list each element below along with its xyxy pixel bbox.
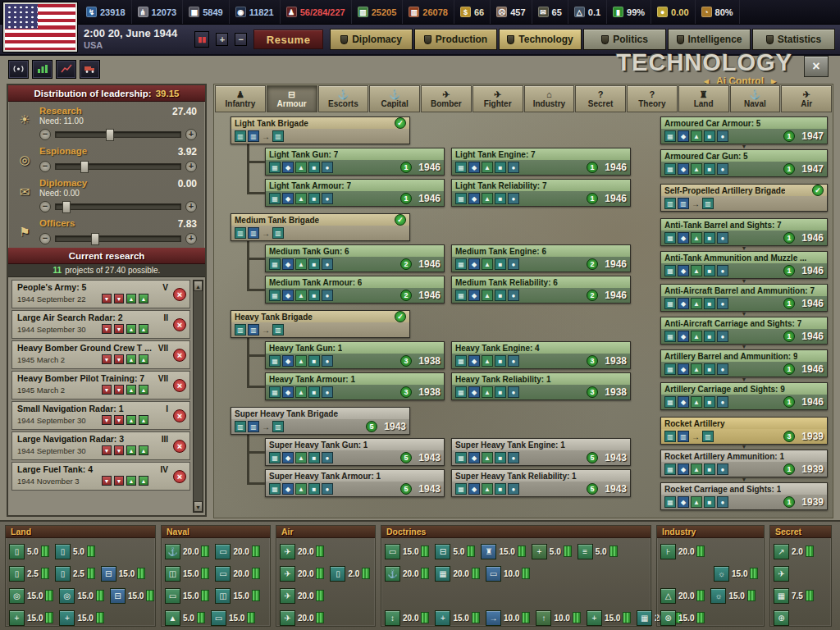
priority-bottom-button[interactable]: ▼ bbox=[102, 294, 112, 304]
cancel-research-button[interactable]: × bbox=[173, 409, 186, 422]
tech-super-heavy-tank-engine-1[interactable]: Super Heavy Tank Engine: 1 ▦◆▲■●5 1943 bbox=[451, 438, 631, 466]
tech-medium-tank-brigade[interactable]: Medium Tank Brigade✓ ▥▥→▥ bbox=[231, 213, 410, 241]
slider-handle[interactable] bbox=[106, 129, 114, 141]
slider-track[interactable] bbox=[55, 235, 181, 242]
tech-super-heavy-tank-reliability-1[interactable]: Super Heavy Tank Reliability: 1 ▦◆▲■●5 1… bbox=[451, 469, 631, 497]
close-button[interactable]: × bbox=[804, 56, 829, 77]
tech-tab-naval[interactable]: ⚓ Naval bbox=[730, 85, 781, 112]
tech-light-tank-reliability-7[interactable]: Light Tank Reliability: 7 ▦◆▲■●1 1946 bbox=[451, 179, 631, 207]
tech-tab-infantry[interactable]: ♟ Infantry bbox=[215, 85, 266, 112]
tech-super-heavy-tank-brigade[interactable]: Super Heavy Tank Brigade ▥▥→▥5 1943 bbox=[231, 407, 410, 435]
slider-track[interactable] bbox=[55, 163, 181, 170]
tech-super-heavy-tank-gun-1[interactable]: Super Heavy Tank Gun: 1 ▦◆▲■●5 1943 bbox=[265, 438, 445, 466]
priority-down-button[interactable]: ▼ bbox=[114, 415, 124, 425]
slider-minus-button[interactable]: − bbox=[39, 201, 51, 212]
slider-plus-button[interactable]: + bbox=[185, 201, 197, 212]
slider-minus-button[interactable]: − bbox=[39, 161, 51, 172]
nav-tab-statistics[interactable]: Statistics bbox=[752, 29, 835, 50]
tech-tab-industry[interactable]: ⌂ Industry bbox=[524, 85, 575, 112]
priority-top-button[interactable]: ▲ bbox=[139, 476, 148, 486]
nav-tab-intelligence[interactable]: Intelligence bbox=[668, 29, 751, 50]
slider-handle[interactable] bbox=[62, 201, 71, 213]
priority-up-button[interactable]: ▲ bbox=[126, 476, 136, 486]
slider-minus-button[interactable]: − bbox=[39, 129, 51, 140]
priority-bottom-button[interactable]: ▼ bbox=[102, 415, 112, 425]
priority-top-button[interactable]: ▲ bbox=[139, 445, 148, 455]
tech-anti-aircraft-carriage-and-sights-7[interactable]: Anti-Aircraft Carriage and Sights: 7 ▦◆▲… bbox=[660, 317, 828, 345]
tech-medium-tank-engine-6[interactable]: Medium Tank Engine: 6 ▦◆▲■●2 1946 bbox=[451, 244, 631, 272]
tech-heavy-tank-armour-1[interactable]: Heavy Tank Armour: 1 ▦◆▲■●3 1938 bbox=[265, 372, 445, 400]
tech-heavy-tank-reliability-1[interactable]: Heavy Tank Reliability: 1 ▦◆▲■●3 1938 bbox=[451, 372, 631, 400]
tech-light-tank-armour-7[interactable]: Light Tank Armour: 7 ▦◆▲■●1 1946 bbox=[265, 179, 445, 207]
tech-heavy-tank-gun-1[interactable]: Heavy Tank Gun: 1 ▦◆▲■●3 1938 bbox=[265, 341, 445, 369]
tech-tab-capital[interactable]: ⚓ Capital bbox=[369, 85, 420, 112]
tech-anti-aircraft-barrel-and-ammunition-7[interactable]: Anti-Aircraft Barrel and Ammunition: 7 ▦… bbox=[660, 284, 828, 312]
slider-plus-button[interactable]: + bbox=[185, 129, 197, 140]
tech-light-tank-engine-7[interactable]: Light Tank Engine: 7 ▦◆▲■●1 1946 bbox=[451, 148, 631, 176]
tech-armoured-car-armour-5[interactable]: Armoured Car Armour: 5 ▦◆▲■●1 1947 bbox=[660, 116, 828, 144]
tech-self-propelled-artillery-brigade[interactable]: Self-Propelled Artillery Brigade✓ ▥▥→▥ bbox=[660, 184, 828, 212]
chart-bars-icon-button[interactable] bbox=[32, 60, 52, 79]
priority-up-button[interactable]: ▲ bbox=[126, 415, 136, 425]
tech-light-tank-brigade[interactable]: Light Tank Brigade✓ ▥▥→▥ bbox=[231, 116, 410, 144]
slider-handle[interactable] bbox=[80, 161, 89, 173]
radio-icon-button[interactable] bbox=[8, 60, 29, 79]
tech-heavy-tank-engine-4[interactable]: Heavy Tank Engine: 4 ▦◆▲■●3 1938 bbox=[451, 341, 631, 369]
tech-light-tank-gun-7[interactable]: Light Tank Gun: 7 ▦◆▲■●1 1946 bbox=[265, 148, 445, 176]
priority-up-button[interactable]: ▲ bbox=[126, 445, 136, 455]
tech-tab-escorts[interactable]: ⚓ Escorts bbox=[318, 85, 369, 112]
tech-rocket-artillery-ammunition-1[interactable]: Rocket Artillery Ammunition: 1 ▦◆▲■●1 19… bbox=[660, 450, 828, 477]
slider-handle[interactable] bbox=[91, 233, 99, 245]
tech-medium-tank-reliability-6[interactable]: Medium Tank Reliability: 6 ▦◆▲■●2 1946 bbox=[451, 276, 631, 304]
cancel-research-button[interactable]: × bbox=[173, 440, 186, 453]
priority-down-button[interactable]: ▼ bbox=[114, 476, 124, 486]
cancel-research-button[interactable]: × bbox=[173, 288, 186, 301]
research-item-large-navigation-radar-3[interactable]: Large Navigation Radar: 3 III 1944 Septe… bbox=[11, 431, 190, 460]
slider-minus-button[interactable]: − bbox=[39, 233, 51, 244]
tech-tab-land[interactable]: ♜ Land bbox=[678, 85, 729, 112]
priority-up-button[interactable]: ▲ bbox=[126, 385, 136, 395]
cancel-research-button[interactable]: × bbox=[173, 318, 186, 331]
nav-tab-production[interactable]: Production bbox=[414, 29, 497, 50]
nav-tab-technology[interactable]: Technology bbox=[499, 29, 582, 50]
research-scrollbar[interactable]: ▲ ▼ bbox=[193, 280, 203, 513]
priority-bottom-button[interactable]: ▼ bbox=[102, 324, 112, 334]
tech-rocket-artillery[interactable]: Rocket Artillery ▥▥→▥3 1939 bbox=[660, 417, 828, 445]
tech-tab-secret[interactable]: ? Secret bbox=[575, 85, 626, 112]
tech-tab-theory[interactable]: ? Theory bbox=[627, 85, 678, 112]
speed-up-button[interactable]: + bbox=[216, 33, 228, 46]
priority-top-button[interactable]: ▲ bbox=[139, 354, 148, 364]
priority-down-button[interactable]: ▼ bbox=[114, 385, 124, 395]
priority-bottom-button[interactable]: ▼ bbox=[102, 476, 112, 486]
priority-top-button[interactable]: ▲ bbox=[139, 294, 148, 304]
tech-rocket-carriage-and-sights-1[interactable]: Rocket Carriage and Sights: 1 ▦◆▲■●1 193… bbox=[660, 482, 828, 510]
tech-anti-tank-ammunition-and-muzzle[interactable]: Anti-Tank Ammunition and Muzzle ... ▦◆▲■… bbox=[660, 251, 828, 279]
research-item-heavy-bomber-pilot-training-7[interactable]: Heavy Bomber Pilot Training: 7 VII 1945 … bbox=[11, 371, 190, 399]
slider-plus-button[interactable]: + bbox=[185, 161, 197, 172]
priority-down-button[interactable]: ▼ bbox=[114, 294, 124, 304]
tech-tab-fighter[interactable]: ✈ Fighter bbox=[472, 85, 523, 112]
priority-top-button[interactable]: ▲ bbox=[139, 385, 148, 395]
tech-super-heavy-tank-armour-1[interactable]: Super Heavy Tank Armour: 1 ▦◆▲■●5 1943 bbox=[265, 469, 445, 497]
slider-plus-button[interactable]: + bbox=[185, 233, 197, 244]
tech-medium-tank-armour-6[interactable]: Medium Tank Armour: 6 ▦◆▲■●2 1946 bbox=[265, 276, 445, 304]
tech-tab-armour[interactable]: ⊟ Armour bbox=[267, 85, 317, 112]
research-item-people-s-army-5[interactable]: People's Army: 5 V 1944 September 22 ▼ ▼… bbox=[11, 280, 190, 308]
priority-up-button[interactable]: ▲ bbox=[126, 324, 136, 334]
slider-track[interactable] bbox=[55, 203, 181, 210]
priority-bottom-button[interactable]: ▼ bbox=[102, 354, 112, 364]
tech-armoured-car-gun-5[interactable]: Armoured Car Gun: 5 ▦◆▲■●1 1947 bbox=[660, 149, 828, 177]
tech-tab-bomber[interactable]: ✈ Bomber bbox=[421, 85, 472, 112]
priority-top-button[interactable]: ▲ bbox=[139, 324, 148, 334]
priority-up-button[interactable]: ▲ bbox=[126, 294, 136, 304]
resume-button[interactable]: Resume bbox=[253, 30, 323, 49]
slider-track[interactable] bbox=[55, 131, 181, 138]
nav-tab-diplomacy[interactable]: Diplomacy bbox=[330, 29, 413, 50]
nav-tab-politics[interactable]: Politics bbox=[583, 29, 666, 50]
convoy-icon-button[interactable] bbox=[80, 60, 100, 79]
research-item-large-fuel-tank-4[interactable]: Large Fuel Tank: 4 IV 1944 November 3 ▼ … bbox=[11, 462, 190, 491]
tech-artillery-carriage-and-sights-9[interactable]: Artillery Carriage and Sights: 9 ▦◆▲■●1 … bbox=[660, 382, 828, 410]
speed-down-button[interactable]: − bbox=[235, 33, 247, 46]
cancel-research-button[interactable]: × bbox=[173, 379, 186, 392]
priority-down-button[interactable]: ▼ bbox=[114, 354, 124, 364]
